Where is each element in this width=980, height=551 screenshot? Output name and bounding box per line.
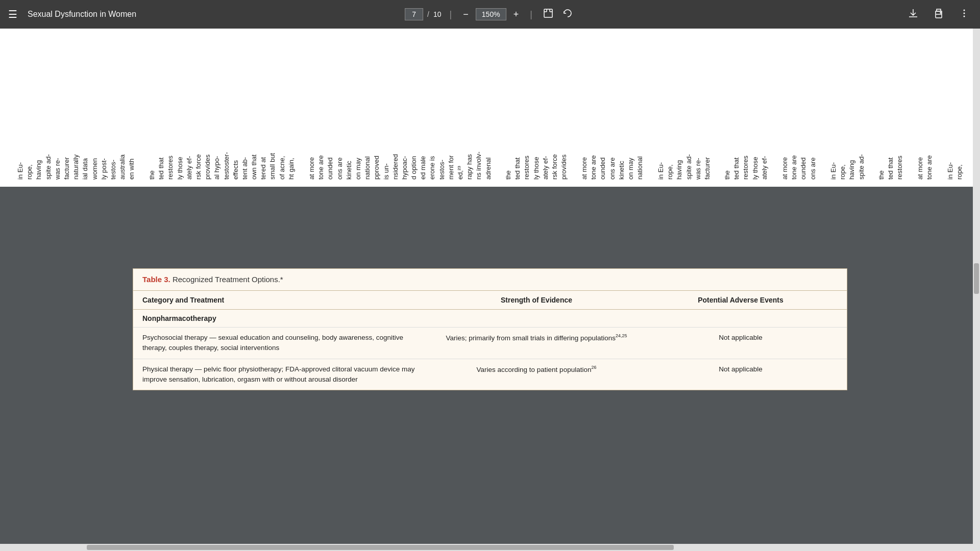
svg-point-10 xyxy=(964,15,965,17)
vertical-scrollbar[interactable] xyxy=(973,29,980,551)
rotate-button[interactable] xyxy=(560,6,575,23)
rotated-text-section: in Eu-rope,havingspite ad-was re-facture… xyxy=(0,29,980,187)
zoom-in-button[interactable]: + xyxy=(510,8,522,21)
table-section: Table 3. Recognized Treatment Options.* … xyxy=(0,268,980,390)
table-title-rest: Recognized Treatment Options.* xyxy=(170,275,283,284)
table-row-psychosocial: Psychosocial therapy — sexual education … xyxy=(133,327,847,359)
page-controls: / 10 | − + | xyxy=(405,6,575,23)
page-total: 10 xyxy=(433,10,442,18)
horizontal-scrollbar[interactable] xyxy=(0,544,980,551)
ref-26: 26 xyxy=(591,365,596,370)
svg-rect-0 xyxy=(544,9,552,17)
horizontal-scrollbar-thumb[interactable] xyxy=(87,545,674,550)
rotated-col-4: theted thatrestoresly thoseately ef-rsk … xyxy=(503,29,570,182)
rotated-col-6: in Eu-rope,havingspite ad-was re-facture… xyxy=(655,29,713,182)
rotated-col-9: in Eu-rope,havingspite ad- xyxy=(828,29,867,182)
svg-rect-6 xyxy=(937,9,941,11)
svg-point-7 xyxy=(940,12,941,13)
svg-rect-5 xyxy=(936,14,942,18)
vertical-scrollbar-thumb[interactable] xyxy=(974,263,979,294)
section-header-nonpharmaco: Nonpharmacotherapy xyxy=(133,310,847,327)
more-options-button[interactable] xyxy=(957,6,972,23)
fit-page-button[interactable] xyxy=(541,6,556,23)
download-button[interactable] xyxy=(905,6,921,23)
rotated-col-3: at moretone areoundedons arekineticon ma… xyxy=(306,29,494,182)
col-header-adverse: Potential Adverse Events xyxy=(644,296,838,304)
rotated-col-5: at moretone areoundedons arekineticon ma… xyxy=(579,29,646,182)
col-header-category: Category and Treatment xyxy=(142,296,429,304)
page-separator-strip xyxy=(0,187,980,207)
cell-physical-treatment: Physical therapy — pelvic floor physioth… xyxy=(142,364,429,385)
right-icons xyxy=(905,6,972,23)
cell-physical-evidence: Varies according to patient population26 xyxy=(429,364,644,385)
print-button[interactable] xyxy=(931,6,946,23)
menu-icon[interactable]: ☰ xyxy=(8,8,17,20)
ref-24-25: 24,25 xyxy=(616,333,627,338)
table-title: Table 3. Recognized Treatment Options.* xyxy=(142,275,283,284)
table-number: Table 3. xyxy=(142,275,170,284)
svg-point-9 xyxy=(964,12,965,14)
svg-point-8 xyxy=(964,9,965,11)
rotated-col-10: theted thatrestores xyxy=(876,29,906,182)
rotated-col-8: at moretone areoundedons are xyxy=(779,29,819,182)
document-content: in Eu-rope,havingspite ad-was re-facture… xyxy=(0,29,980,551)
page-separator: / xyxy=(427,10,429,18)
divider2: | xyxy=(530,9,532,20)
divider: | xyxy=(450,9,452,20)
zoom-out-button[interactable]: − xyxy=(460,8,472,21)
col-header-evidence: Strength of Evidence xyxy=(429,296,644,304)
cell-physical-adverse: Not applicable xyxy=(644,364,838,385)
page-number-input[interactable] xyxy=(405,8,423,20)
rotated-columns-container: in Eu-rope,havingspite ad-was re-facture… xyxy=(0,29,980,187)
toolbar: ☰ Sexual Dysfunction in Women / 10 | − +… xyxy=(0,0,980,29)
section-header-label: Nonpharmacotherapy xyxy=(142,314,216,322)
cell-psychosocial-treatment: Psychosocial therapy — sexual education … xyxy=(142,333,429,354)
rotated-col-1: in Eu-rope,havingspite ad-was re-facture… xyxy=(15,29,137,182)
table-3-container: Table 3. Recognized Treatment Options.* … xyxy=(133,268,847,390)
table-column-headers: Category and Treatment Strength of Evide… xyxy=(133,291,847,310)
inter-page-gap xyxy=(0,207,980,268)
rotated-col-7: theted thatrestoresly thoseately ef- xyxy=(722,29,770,182)
rotated-col-12: in Eu-rope, xyxy=(945,29,965,182)
table-row-physical: Physical therapy — pelvic floor physioth… xyxy=(133,359,847,390)
cell-psychosocial-adverse: Not applicable xyxy=(644,333,838,354)
rotated-col-2: theted thatrestoresly thoseately ef-rsk … xyxy=(146,29,297,182)
zoom-level-input[interactable] xyxy=(476,8,506,20)
cell-psychosocial-evidence: Varies; primarily from small trials in d… xyxy=(429,333,644,354)
table-title-row: Table 3. Recognized Treatment Options.* xyxy=(133,269,847,291)
rotated-col-11: at moretone are xyxy=(915,29,935,182)
